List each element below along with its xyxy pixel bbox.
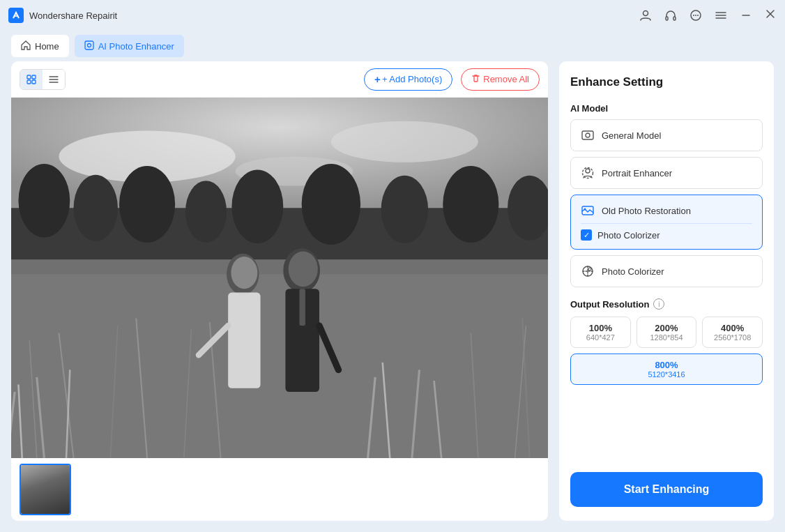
home-nav-button[interactable]: Home: [11, 35, 69, 57]
resolution-800-button[interactable]: 800% 5120*3416: [570, 354, 763, 385]
old-photo-restoration-label: Old Photo Restoration: [602, 206, 691, 216]
svg-point-36: [443, 166, 498, 243]
svg-point-32: [185, 181, 227, 243]
resolution-200-button[interactable]: 200% 1280*854: [637, 317, 697, 348]
thumbnail-strip: [11, 458, 548, 521]
res-400-percent: 400%: [708, 323, 756, 333]
portrait-enhancer-label: Portrait Enhancer: [602, 168, 672, 178]
resolution-400-button[interactable]: 400% 2560*1708: [702, 317, 763, 348]
res-400-size: 2560*1708: [708, 333, 756, 342]
left-panel: + + Add Photo(s) Remove All: [11, 61, 548, 521]
svg-point-59: [231, 257, 257, 289]
trash-icon: [471, 74, 480, 85]
svg-rect-18: [27, 80, 31, 84]
headphones-icon[interactable]: [664, 8, 678, 22]
svg-point-62: [289, 252, 318, 287]
res-800-percent: 800%: [577, 360, 756, 370]
svg-point-5: [693, 15, 694, 16]
svg-point-30: [74, 175, 118, 241]
svg-point-6: [695, 15, 696, 16]
right-panel: Enhance Setting AI Model General Model: [559, 61, 774, 521]
minimize-button[interactable]: [739, 8, 753, 22]
general-model-label: General Model: [602, 130, 661, 141]
main-photo: [11, 98, 548, 458]
svg-point-33: [231, 169, 283, 243]
photo-colorizer-sub-label: Photo Colorizer: [597, 230, 660, 241]
svg-point-29: [18, 164, 70, 238]
ai-model-label: AI Model: [570, 103, 763, 114]
svg-rect-16: [27, 75, 31, 79]
close-button[interactable]: [764, 8, 777, 23]
grid-view-button[interactable]: [20, 70, 43, 89]
svg-point-72: [588, 268, 591, 271]
resolution-info-icon[interactable]: i: [653, 298, 664, 310]
svg-point-71: [584, 208, 586, 211]
svg-rect-19: [32, 80, 36, 84]
svg-point-35: [381, 176, 429, 243]
svg-rect-14: [85, 41, 93, 50]
resolution-grid: 100% 640*427 200% 1280*854 400% 2560*170…: [570, 317, 763, 348]
thumbnail-item[interactable]: [20, 464, 71, 515]
chat-icon[interactable]: [689, 8, 703, 22]
output-resolution-label: Output Resolution: [570, 299, 649, 310]
photo-enhancer-nav-button[interactable]: AI Photo Enhancer: [75, 35, 184, 57]
svg-rect-17: [32, 75, 36, 79]
main-content: + + Add Photo(s) Remove All: [0, 61, 785, 532]
photo-colorizer-icon: [581, 264, 595, 278]
ai-model-section: AI Model General Model: [570, 103, 763, 287]
res-800-size: 5120*3416: [577, 370, 756, 379]
output-resolution-section: Output Resolution i 100% 640*427 200% 12…: [570, 298, 763, 385]
resolution-header: Output Resolution i: [570, 298, 763, 310]
app-icon: [8, 8, 24, 23]
panel-title: Enhance Setting: [570, 75, 763, 89]
svg-point-15: [87, 43, 91, 47]
svg-point-31: [119, 166, 175, 243]
nav-bar: Home AI Photo Enhancer: [0, 31, 785, 61]
remove-all-button[interactable]: Remove All: [461, 68, 540, 91]
account-icon[interactable]: [639, 8, 653, 22]
svg-rect-66: [582, 131, 593, 139]
svg-point-34: [302, 164, 360, 245]
svg-rect-2: [666, 17, 668, 20]
res-100-percent: 100%: [577, 323, 625, 333]
add-photos-button[interactable]: + + Add Photo(s): [364, 68, 452, 91]
svg-rect-58: [228, 293, 260, 388]
photo-colorizer-label: Photo Colorizer: [602, 266, 664, 277]
svg-point-67: [586, 133, 590, 137]
res-100-size: 640*427: [577, 333, 625, 342]
list-view-button[interactable]: [43, 70, 65, 89]
start-enhancing-button[interactable]: Start Enhancing: [570, 472, 763, 507]
old-photo-icon: [581, 204, 595, 218]
svg-point-1: [643, 11, 648, 16]
old-photo-top: Old Photo Restoration: [581, 204, 752, 218]
res-200-size: 1280*854: [643, 333, 691, 342]
svg-rect-63: [299, 289, 305, 326]
res-200-percent: 200%: [643, 323, 691, 333]
general-model-icon: [581, 128, 595, 142]
svg-point-26: [331, 121, 478, 162]
add-photos-label: + Add Photo(s): [382, 74, 442, 84]
view-toggle: [20, 69, 66, 90]
app-title: Wondershare Repairit: [29, 10, 117, 21]
thumbnail-image: [21, 465, 70, 514]
svg-point-68: [586, 169, 590, 173]
add-icon: +: [374, 73, 381, 85]
photo-colorizer-checkbox[interactable]: ✓: [581, 229, 592, 241]
svg-rect-3: [673, 17, 676, 20]
photo-colorizer-option[interactable]: Photo Colorizer: [570, 255, 763, 287]
home-nav-label: Home: [35, 41, 59, 52]
portrait-enhancer-option[interactable]: Portrait Enhancer: [570, 157, 763, 189]
photo-toolbar: + + Add Photo(s) Remove All: [11, 61, 548, 98]
remove-all-label: Remove All: [483, 74, 529, 84]
photo-enhancer-nav-label: AI Photo Enhancer: [98, 41, 174, 52]
general-model-option[interactable]: General Model: [570, 119, 763, 151]
enhancer-icon: [84, 40, 94, 52]
photo-area: [11, 98, 548, 458]
resolution-100-button[interactable]: 100% 640*427: [570, 317, 631, 348]
portrait-enhancer-icon: [581, 166, 595, 180]
menu-icon[interactable]: [714, 8, 728, 22]
old-photo-restoration-option[interactable]: Old Photo Restoration ✓ Photo Colorizer: [570, 195, 763, 250]
title-bar-right: [639, 8, 777, 23]
home-icon: [21, 40, 31, 52]
title-bar: Wondershare Repairit: [0, 0, 785, 31]
